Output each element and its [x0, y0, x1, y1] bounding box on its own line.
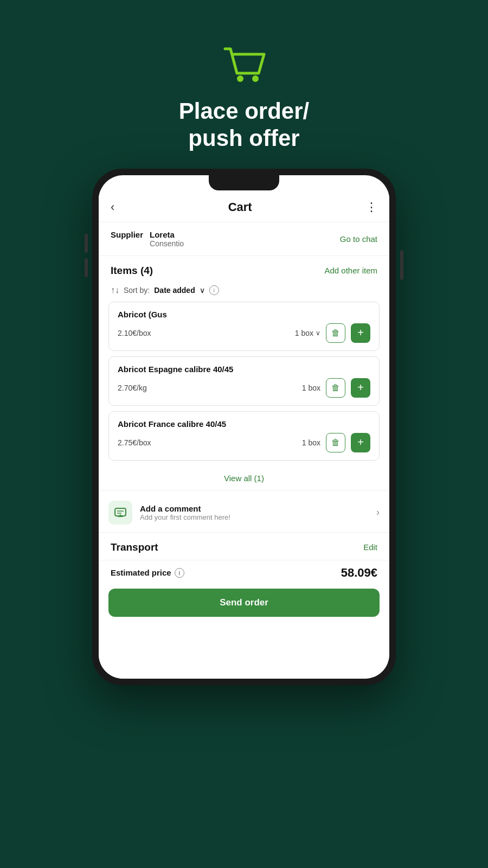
supplier-label: Supplier: [111, 230, 143, 239]
supplier-info: Supplier Loreta Consentio: [111, 230, 184, 248]
comment-icon-wrap: [108, 501, 132, 525]
comment-section[interactable]: Add a comment Add your first comment her…: [99, 493, 389, 533]
supplier-row: Supplier Loreta Consentio Go to chat: [99, 222, 389, 256]
delete-button[interactable]: 🗑: [326, 323, 345, 343]
app-content: ‹ Cart ⋮ Supplier Loreta Consentio Go to…: [99, 190, 389, 679]
trash-icon: 🗑: [331, 383, 340, 393]
item-row: 2.10€/box 1 box ∨ 🗑 +: [118, 323, 370, 343]
item-quantity: 1 box: [302, 438, 320, 447]
power-btn: [400, 250, 403, 280]
items-header: Items (4) Add other item: [99, 256, 389, 282]
trash-icon: 🗑: [331, 438, 340, 448]
hero-section: Place order/ push offer: [179, 0, 309, 152]
phone-screen: ‹ Cart ⋮ Supplier Loreta Consentio Go to…: [99, 175, 389, 679]
sort-arrows-icon: ↑↓: [111, 285, 119, 295]
supplier-company: Consentio: [150, 239, 184, 248]
add-other-item-button[interactable]: Add other item: [324, 266, 377, 275]
item-controls: 1 box 🗑 +: [302, 433, 370, 452]
page-title: Cart: [228, 200, 252, 214]
add-quantity-button[interactable]: +: [351, 433, 370, 452]
transport-edit-button[interactable]: Edit: [363, 542, 377, 552]
sort-row: ↑↓ Sort by: Date added ∨ i: [99, 282, 389, 302]
sort-value[interactable]: Date added: [154, 286, 195, 295]
estimated-info-icon[interactable]: i: [175, 568, 184, 578]
item-card: Abricot France calibre 40/45 2.75€/box 1…: [108, 411, 380, 461]
sort-label: Sort by:: [124, 286, 150, 295]
delete-button[interactable]: 🗑: [326, 378, 345, 398]
item-name: Abricot (Gus: [118, 310, 370, 319]
comment-chevron-icon: ›: [376, 507, 380, 518]
go-to-chat-button[interactable]: Go to chat: [340, 234, 377, 244]
item-name: Abricot Espagne calibre 40/45: [118, 365, 370, 374]
transport-title: Transport: [111, 541, 158, 553]
supplier-name: Loreta: [150, 230, 184, 239]
qty-chevron-icon: ∨: [316, 329, 320, 337]
svg-point-1: [252, 75, 259, 82]
comment-text: Add a comment Add your first comment her…: [140, 504, 369, 521]
view-all-button[interactable]: View all (1): [99, 466, 389, 491]
add-quantity-button[interactable]: +: [351, 378, 370, 398]
trash-icon: 🗑: [331, 328, 340, 338]
sort-chevron-icon[interactable]: ∨: [200, 286, 205, 295]
item-price: 2.10€/box: [118, 329, 151, 337]
item-price: 2.75€/box: [118, 438, 151, 447]
item-quantity[interactable]: 1 box ∨: [295, 329, 320, 337]
back-button[interactable]: ‹: [111, 200, 114, 214]
comment-title: Add a comment: [140, 504, 369, 513]
item-price: 2.70€/kg: [118, 384, 147, 392]
app-header: ‹ Cart ⋮: [99, 190, 389, 222]
phone-mockup: ‹ Cart ⋮ Supplier Loreta Consentio Go to…: [92, 169, 396, 685]
item-controls: 1 box 🗑 +: [302, 378, 370, 398]
comment-icon: [114, 506, 127, 519]
estimated-label: Estimated price i: [111, 568, 184, 578]
add-quantity-button[interactable]: +: [351, 323, 370, 343]
transport-section: Transport Edit: [99, 533, 389, 560]
delete-button[interactable]: 🗑: [326, 433, 345, 452]
item-quantity: 1 box: [302, 384, 320, 392]
comment-subtitle: Add your first comment here!: [140, 513, 369, 521]
hero-title: Place order/ push offer: [179, 98, 309, 152]
svg-point-0: [237, 75, 243, 82]
estimated-price-value: 58.09€: [341, 566, 377, 580]
more-menu-button[interactable]: ⋮: [365, 200, 377, 214]
item-row: 2.75€/box 1 box 🗑 +: [118, 433, 370, 452]
info-icon[interactable]: i: [209, 285, 219, 295]
item-row: 2.70€/kg 1 box 🗑 +: [118, 378, 370, 398]
estimated-price-row: Estimated price i 58.09€: [99, 560, 389, 589]
send-order-button[interactable]: Send order: [108, 589, 380, 617]
phone-notch: [209, 175, 279, 190]
cart-icon: [220, 43, 268, 87]
item-card: Abricot (Gus 2.10€/box 1 box ∨ 🗑 +: [108, 302, 380, 351]
supplier-details: Loreta Consentio: [150, 230, 184, 248]
vol-btn-2: [85, 258, 88, 277]
vol-btn-1: [85, 234, 88, 253]
item-card: Abricot Espagne calibre 40/45 2.70€/kg 1…: [108, 356, 380, 406]
item-name: Abricot France calibre 40/45: [118, 419, 370, 429]
items-count-title: Items (4): [111, 265, 153, 277]
item-controls: 1 box ∨ 🗑 +: [295, 323, 370, 343]
